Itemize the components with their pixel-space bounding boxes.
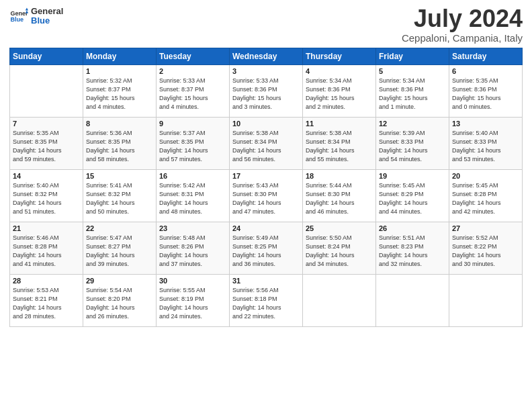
- calendar-cell: [303, 275, 376, 327]
- calendar-week-5: 28Sunrise: 5:53 AM Sunset: 8:21 PM Dayli…: [10, 275, 523, 327]
- calendar-cell: 13Sunrise: 5:40 AM Sunset: 8:33 PM Dayli…: [449, 118, 523, 170]
- day-number: 9: [159, 120, 226, 128]
- calendar-cell: 24Sunrise: 5:49 AM Sunset: 8:25 PM Dayli…: [230, 222, 303, 275]
- calendar-cell: 18Sunrise: 5:44 AM Sunset: 8:30 PM Dayli…: [303, 170, 376, 222]
- calendar-body: 1Sunrise: 5:32 AM Sunset: 8:37 PM Daylig…: [10, 65, 523, 327]
- calendar-cell: 16Sunrise: 5:42 AM Sunset: 8:31 PM Dayli…: [157, 170, 230, 222]
- calendar-cell: 5Sunrise: 5:34 AM Sunset: 8:36 PM Daylig…: [376, 65, 449, 118]
- day-number: 6: [452, 67, 519, 75]
- cell-info: Sunrise: 5:46 AM Sunset: 8:28 PM Dayligh…: [13, 234, 80, 269]
- cell-info: Sunrise: 5:35 AM Sunset: 8:36 PM Dayligh…: [452, 77, 519, 111]
- cell-info: Sunrise: 5:55 AM Sunset: 8:19 PM Dayligh…: [159, 286, 226, 321]
- calendar-cell: 19Sunrise: 5:45 AM Sunset: 8:29 PM Dayli…: [376, 170, 449, 222]
- logo-icon: General Blue: [9, 7, 28, 26]
- cell-info: Sunrise: 5:38 AM Sunset: 8:34 PM Dayligh…: [306, 129, 373, 164]
- cell-info: Sunrise: 5:45 AM Sunset: 8:29 PM Dayligh…: [379, 181, 446, 216]
- day-number: 16: [159, 172, 226, 180]
- day-number: 24: [232, 224, 300, 232]
- cell-info: Sunrise: 5:54 AM Sunset: 8:20 PM Dayligh…: [86, 286, 153, 321]
- calendar-cell: 9Sunrise: 5:37 AM Sunset: 8:35 PM Daylig…: [157, 118, 230, 170]
- day-number: 19: [379, 172, 446, 180]
- cell-info: Sunrise: 5:45 AM Sunset: 8:28 PM Dayligh…: [452, 181, 519, 216]
- calendar-cell: [376, 275, 449, 327]
- calendar-week-2: 7Sunrise: 5:35 AM Sunset: 8:35 PM Daylig…: [10, 118, 523, 170]
- cell-info: Sunrise: 5:40 AM Sunset: 8:32 PM Dayligh…: [13, 181, 80, 216]
- calendar-cell: 31Sunrise: 5:56 AM Sunset: 8:18 PM Dayli…: [230, 275, 303, 327]
- calendar-cell: 8Sunrise: 5:36 AM Sunset: 8:35 PM Daylig…: [83, 118, 157, 170]
- calendar-cell: 17Sunrise: 5:43 AM Sunset: 8:30 PM Dayli…: [230, 170, 303, 222]
- calendar-cell: 25Sunrise: 5:50 AM Sunset: 8:24 PM Dayli…: [303, 222, 376, 275]
- calendar-cell: 6Sunrise: 5:35 AM Sunset: 8:36 PM Daylig…: [449, 65, 523, 118]
- day-number: 31: [232, 277, 300, 285]
- day-number: 14: [13, 172, 80, 180]
- cell-info: Sunrise: 5:40 AM Sunset: 8:33 PM Dayligh…: [452, 129, 519, 164]
- cell-info: Sunrise: 5:34 AM Sunset: 8:36 PM Dayligh…: [306, 77, 373, 111]
- col-tuesday: Tuesday: [157, 48, 230, 65]
- day-number: 18: [306, 172, 373, 180]
- page-container: General Blue General Blue July 2024 Cepp…: [0, 0, 532, 334]
- day-number: 13: [452, 120, 519, 128]
- day-number: 28: [13, 277, 80, 285]
- day-number: 22: [86, 224, 153, 232]
- day-number: 20: [452, 172, 519, 180]
- day-number: 30: [159, 277, 226, 285]
- header-row: Sunday Monday Tuesday Wednesday Thursday…: [10, 48, 523, 65]
- cell-info: Sunrise: 5:44 AM Sunset: 8:30 PM Dayligh…: [306, 181, 373, 216]
- cell-info: Sunrise: 5:35 AM Sunset: 8:35 PM Dayligh…: [13, 129, 80, 164]
- cell-info: Sunrise: 5:56 AM Sunset: 8:18 PM Dayligh…: [232, 286, 300, 321]
- cell-info: Sunrise: 5:48 AM Sunset: 8:26 PM Dayligh…: [159, 234, 226, 269]
- calendar-table: Sunday Monday Tuesday Wednesday Thursday…: [9, 48, 523, 327]
- cell-info: Sunrise: 5:37 AM Sunset: 8:35 PM Dayligh…: [159, 129, 226, 164]
- day-number: 26: [379, 224, 446, 232]
- col-wednesday: Wednesday: [230, 48, 303, 65]
- calendar-cell: 20Sunrise: 5:45 AM Sunset: 8:28 PM Dayli…: [449, 170, 523, 222]
- month-title: July 2024: [402, 7, 523, 31]
- col-monday: Monday: [83, 48, 157, 65]
- calendar-cell: 12Sunrise: 5:39 AM Sunset: 8:33 PM Dayli…: [376, 118, 449, 170]
- logo: General Blue General Blue: [9, 7, 63, 26]
- day-number: 7: [13, 120, 80, 128]
- day-number: 15: [86, 172, 153, 180]
- cell-info: Sunrise: 5:34 AM Sunset: 8:36 PM Dayligh…: [379, 77, 446, 111]
- cell-info: Sunrise: 5:52 AM Sunset: 8:22 PM Dayligh…: [452, 234, 519, 269]
- cell-info: Sunrise: 5:51 AM Sunset: 8:23 PM Dayligh…: [379, 234, 446, 269]
- calendar-cell: 22Sunrise: 5:47 AM Sunset: 8:27 PM Dayli…: [83, 222, 157, 275]
- cell-info: Sunrise: 5:49 AM Sunset: 8:25 PM Dayligh…: [232, 234, 300, 269]
- calendar-cell: 23Sunrise: 5:48 AM Sunset: 8:26 PM Dayli…: [157, 222, 230, 275]
- cell-info: Sunrise: 5:43 AM Sunset: 8:30 PM Dayligh…: [232, 181, 300, 216]
- calendar-cell: 15Sunrise: 5:41 AM Sunset: 8:32 PM Dayli…: [83, 170, 157, 222]
- cell-info: Sunrise: 5:36 AM Sunset: 8:35 PM Dayligh…: [86, 129, 153, 164]
- calendar-week-4: 21Sunrise: 5:46 AM Sunset: 8:28 PM Dayli…: [10, 222, 523, 275]
- calendar-cell: 7Sunrise: 5:35 AM Sunset: 8:35 PM Daylig…: [10, 118, 83, 170]
- cell-info: Sunrise: 5:47 AM Sunset: 8:27 PM Dayligh…: [86, 234, 153, 269]
- location: Ceppaloni, Campania, Italy: [402, 32, 523, 44]
- calendar-cell: 30Sunrise: 5:55 AM Sunset: 8:19 PM Dayli…: [157, 275, 230, 327]
- day-number: 11: [306, 120, 373, 128]
- cell-info: Sunrise: 5:33 AM Sunset: 8:36 PM Dayligh…: [232, 77, 300, 111]
- calendar-cell: [449, 275, 523, 327]
- day-number: 29: [86, 277, 153, 285]
- cell-info: Sunrise: 5:41 AM Sunset: 8:32 PM Dayligh…: [86, 181, 153, 216]
- col-friday: Friday: [376, 48, 449, 65]
- calendar-cell: 28Sunrise: 5:53 AM Sunset: 8:21 PM Dayli…: [10, 275, 83, 327]
- day-number: 4: [306, 67, 373, 75]
- calendar-cell: 21Sunrise: 5:46 AM Sunset: 8:28 PM Dayli…: [10, 222, 83, 275]
- header: General Blue General Blue July 2024 Cepp…: [9, 7, 523, 44]
- logo-blue: Blue: [31, 16, 63, 26]
- calendar-cell: 27Sunrise: 5:52 AM Sunset: 8:22 PM Dayli…: [449, 222, 523, 275]
- day-number: 23: [159, 224, 226, 232]
- day-number: 25: [306, 224, 373, 232]
- calendar-week-1: 1Sunrise: 5:32 AM Sunset: 8:37 PM Daylig…: [10, 65, 523, 118]
- cell-info: Sunrise: 5:33 AM Sunset: 8:37 PM Dayligh…: [159, 77, 226, 111]
- calendar-cell: 10Sunrise: 5:38 AM Sunset: 8:34 PM Dayli…: [230, 118, 303, 170]
- calendar-cell: 2Sunrise: 5:33 AM Sunset: 8:37 PM Daylig…: [157, 65, 230, 118]
- calendar-cell: 29Sunrise: 5:54 AM Sunset: 8:20 PM Dayli…: [83, 275, 157, 327]
- calendar-cell: 11Sunrise: 5:38 AM Sunset: 8:34 PM Dayli…: [303, 118, 376, 170]
- svg-marker-2: [26, 8, 28, 11]
- cell-info: Sunrise: 5:39 AM Sunset: 8:33 PM Dayligh…: [379, 129, 446, 164]
- col-thursday: Thursday: [303, 48, 376, 65]
- day-number: 8: [86, 120, 153, 128]
- calendar-cell: [10, 65, 83, 118]
- col-sunday: Sunday: [10, 48, 83, 65]
- day-number: 10: [232, 120, 300, 128]
